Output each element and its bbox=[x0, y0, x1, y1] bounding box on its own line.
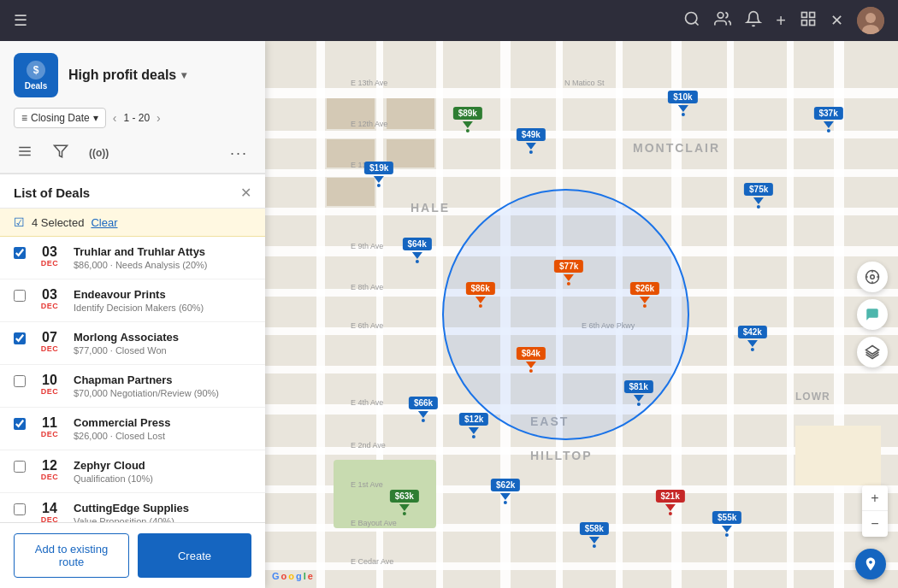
filter-name: High profit deals bbox=[68, 68, 176, 83]
deal-checkbox-1[interactable] bbox=[14, 290, 26, 302]
map-pin-p5[interactable]: $37k bbox=[813, 107, 842, 132]
map-pin-p11[interactable]: $84k bbox=[517, 347, 546, 373]
dropdown-arrow-icon: ▾ bbox=[181, 69, 186, 81]
svg-rect-35 bbox=[787, 41, 794, 588]
svg-text:HALE: HALE bbox=[411, 201, 450, 215]
filter-dropdown[interactable]: High profit deals ▾ bbox=[68, 68, 251, 83]
svg-text:E 9th Ave: E 9th Ave bbox=[351, 242, 383, 250]
map-pin-p2[interactable]: $89k bbox=[453, 107, 482, 132]
svg-point-1 bbox=[718, 12, 724, 18]
nav-left: ☰ bbox=[14, 11, 27, 30]
closing-date-filter[interactable]: ≡ Closing Date ▾ bbox=[14, 108, 106, 128]
target-location-button[interactable] bbox=[857, 262, 888, 292]
deal-date: 10 DEC bbox=[34, 373, 65, 396]
zoom-out-button[interactable]: − bbox=[862, 511, 888, 537]
svg-text:E 12th Ave: E 12th Ave bbox=[351, 120, 387, 128]
map-inner: HALE MONTCLAIR EAST HILLTOP LOWR E 13th … bbox=[265, 41, 898, 588]
hamburger-icon[interactable]: ☰ bbox=[14, 11, 27, 30]
svg-rect-21 bbox=[265, 366, 898, 373]
map-pin-p4[interactable]: $10k bbox=[668, 91, 697, 116]
deals-list: 03 DEC Truhlar and Truhlar Attys $86,000… bbox=[0, 237, 265, 522]
zoom-in-button[interactable]: + bbox=[862, 485, 888, 511]
deal-info: Truhlar and Truhlar Attys $86,000 · Need… bbox=[74, 245, 251, 270]
map-view-button[interactable]: ((o)) bbox=[86, 144, 112, 162]
filter-lines-icon: ≡ bbox=[21, 112, 27, 124]
next-page-arrow[interactable]: › bbox=[157, 111, 161, 125]
close-list-button[interactable]: ✕ bbox=[240, 185, 251, 201]
add-to-route-button[interactable]: Add to existing route bbox=[14, 533, 129, 578]
svg-rect-34 bbox=[727, 41, 734, 588]
svg-text:E 4th Ave: E 4th Ave bbox=[351, 398, 383, 407]
map-pin-p8[interactable]: $86k bbox=[465, 282, 494, 308]
prev-page-arrow[interactable]: ‹ bbox=[113, 111, 117, 125]
svg-rect-31 bbox=[556, 41, 563, 588]
grid-icon[interactable] bbox=[800, 10, 817, 32]
selected-count: 4 Selected bbox=[32, 216, 84, 229]
plus-icon[interactable]: + bbox=[776, 11, 786, 31]
map-pin-p18[interactable]: $58k bbox=[580, 522, 609, 548]
svg-rect-4 bbox=[802, 20, 807, 25]
filter-button[interactable] bbox=[50, 140, 72, 166]
svg-rect-3 bbox=[810, 12, 815, 17]
map-pin-p13[interactable]: $66k bbox=[409, 397, 438, 422]
svg-text:E Cedar Ave: E Cedar Ave bbox=[351, 557, 393, 566]
deal-checkbox-6[interactable] bbox=[14, 503, 26, 515]
svg-text:MONTCLAIR: MONTCLAIR bbox=[633, 141, 720, 155]
svg-rect-30 bbox=[500, 41, 511, 588]
map-pin-p1[interactable]: $19k bbox=[364, 162, 393, 187]
map-pin-p15[interactable]: $81k bbox=[623, 380, 653, 406]
map-pin-p12[interactable]: $42k bbox=[738, 326, 767, 351]
deal-date: 12 DEC bbox=[34, 459, 65, 481]
map-pin-p6[interactable]: $75k bbox=[744, 183, 773, 209]
map-pin-p7[interactable]: $64k bbox=[402, 238, 431, 263]
deal-checkbox-3[interactable] bbox=[14, 375, 26, 387]
deal-checkbox-2[interactable] bbox=[14, 332, 26, 344]
toolbar-row: ((o)) ··· bbox=[0, 137, 265, 173]
svg-text:LOWR: LOWR bbox=[795, 391, 830, 403]
google-logo: G o o g l e bbox=[272, 571, 313, 581]
svg-rect-2 bbox=[802, 12, 807, 17]
deals-dollar-icon: $ bbox=[27, 61, 45, 79]
svg-text:E 1st Ave: E 1st Ave bbox=[351, 480, 383, 489]
map-pin-p9[interactable]: $77k bbox=[554, 260, 583, 285]
deal-info: Zephyr Cloud Qualification (10%) bbox=[74, 459, 251, 484]
layers-button[interactable] bbox=[857, 337, 888, 368]
deal-info: Morlong Associates $77,000 · Closed Won bbox=[74, 331, 251, 356]
deal-checkbox-4[interactable] bbox=[14, 418, 26, 430]
deals-icon-box: $ Deals bbox=[14, 53, 58, 97]
clear-selection-button[interactable]: Clear bbox=[91, 216, 117, 229]
deal-info: Chapman Partners $70,000 Negotiation/Rev… bbox=[74, 373, 251, 398]
chat-button[interactable] bbox=[857, 299, 888, 330]
avatar[interactable] bbox=[857, 7, 884, 34]
deal-checkbox-5[interactable] bbox=[14, 461, 26, 473]
svg-rect-5 bbox=[810, 20, 815, 25]
closing-date-label: Closing Date bbox=[31, 112, 90, 124]
bell-icon[interactable] bbox=[745, 10, 762, 32]
deal-info: CuttingEdge Supplies Value Proposition (… bbox=[74, 502, 251, 522]
x-icon[interactable]: ✕ bbox=[830, 11, 843, 30]
top-navigation: ☰ + ✕ bbox=[0, 0, 898, 41]
svg-rect-15 bbox=[265, 131, 898, 138]
map-pin-p10[interactable]: $26k bbox=[630, 282, 659, 308]
search-icon[interactable] bbox=[683, 10, 700, 32]
svg-text:E 8th Ave: E 8th Ave bbox=[351, 283, 383, 291]
map-area[interactable]: HALE MONTCLAIR EAST HILLTOP LOWR E 13th … bbox=[265, 41, 898, 588]
svg-point-7 bbox=[866, 13, 876, 23]
my-location-button[interactable] bbox=[855, 549, 886, 579]
map-pin-p20[interactable]: $55k bbox=[712, 511, 741, 537]
deal-date: 14 DEC bbox=[34, 502, 65, 522]
list-view-button[interactable] bbox=[14, 140, 36, 166]
svg-rect-29 bbox=[436, 41, 443, 588]
map-pin-p3[interactable]: $49k bbox=[517, 128, 546, 154]
svg-rect-43 bbox=[387, 139, 434, 168]
deal-checkbox-0[interactable] bbox=[14, 247, 26, 259]
more-options-button[interactable]: ··· bbox=[227, 141, 251, 166]
svg-text:E Bayout Ave: E Bayout Ave bbox=[351, 519, 397, 527]
map-pin-p19[interactable]: $21k bbox=[655, 490, 684, 515]
map-pin-p14[interactable]: $12k bbox=[459, 413, 488, 438]
map-pin-p17[interactable]: $62k bbox=[491, 479, 520, 504]
create-button[interactable]: Create bbox=[138, 533, 251, 578]
map-pin-p16[interactable]: $63k bbox=[390, 490, 419, 515]
list-header: List of Deals ✕ bbox=[0, 174, 265, 209]
people-icon[interactable] bbox=[714, 10, 731, 32]
